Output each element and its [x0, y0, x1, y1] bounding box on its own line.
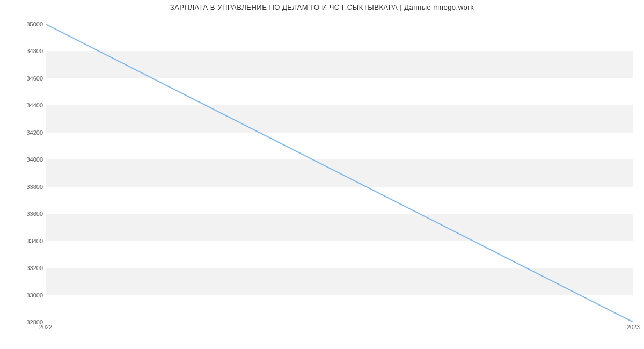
y-tick-label: 34200: [26, 129, 43, 136]
y-tick-label: 33800: [26, 184, 43, 190]
x-tick-label: 2023: [627, 324, 640, 330]
line-series: [46, 24, 633, 322]
y-tick-label: 34800: [26, 48, 43, 54]
y-tick-label: 34000: [26, 156, 43, 163]
y-tick-label: 33400: [26, 238, 43, 244]
x-tick-label: 2022: [39, 324, 52, 330]
plot-area: [46, 24, 633, 322]
y-tick-label: 35000: [26, 21, 43, 27]
y-tick-label: 33200: [26, 265, 43, 271]
chart-title: ЗАРПЛАТА В УПРАВЛЕНИЕ ПО ДЕЛАМ ГО И ЧС Г…: [0, 3, 644, 11]
y-tick-label: 34600: [26, 75, 43, 82]
y-tick-label: 33000: [26, 292, 43, 299]
svg-line-0: [46, 24, 633, 322]
y-tick-label: 33600: [26, 210, 43, 217]
chart-container: ЗАРПЛАТА В УПРАВЛЕНИЕ ПО ДЕЛАМ ГО И ЧС Г…: [0, 0, 644, 349]
y-tick-label: 34400: [26, 102, 43, 108]
